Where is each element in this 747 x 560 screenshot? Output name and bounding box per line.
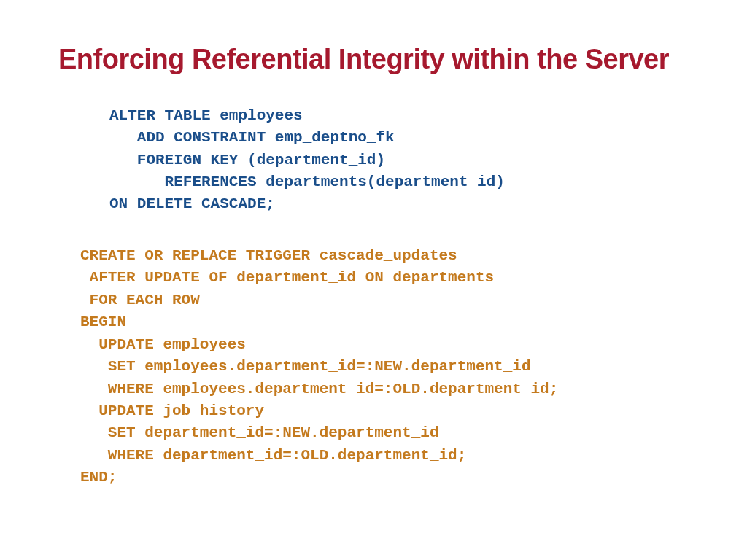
sql-trigger-code: CREATE OR REPLACE TRIGGER cascade_update… (80, 245, 689, 489)
sql-alter-table-code: ALTER TABLE employees ADD CONSTRAINT emp… (109, 105, 689, 216)
slide-container: Enforcing Referential Integrity within t… (0, 0, 747, 560)
slide-title: Enforcing Referential Integrity within t… (58, 44, 689, 76)
